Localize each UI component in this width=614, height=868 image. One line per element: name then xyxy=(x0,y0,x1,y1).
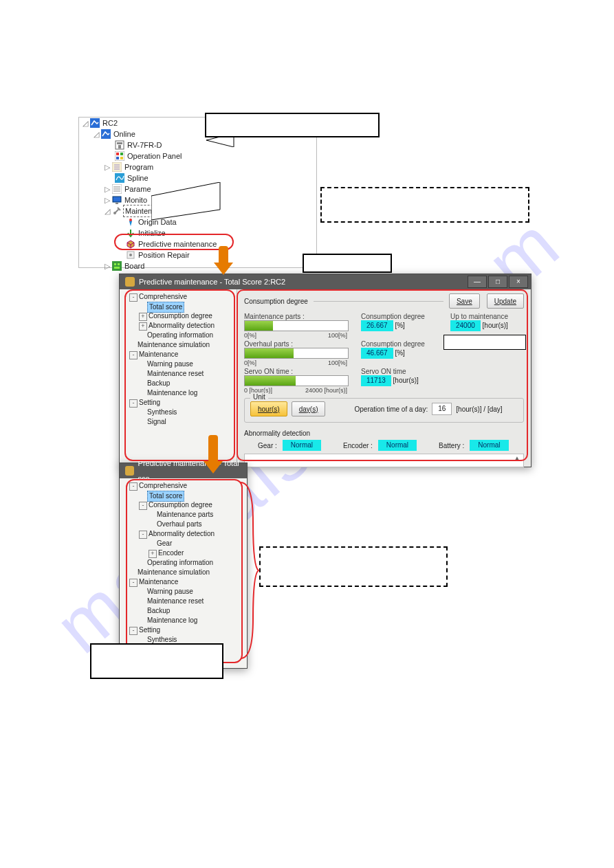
tree-item[interactable]: RV-7FR-D xyxy=(126,140,162,151)
svg-point-24 xyxy=(129,219,132,221)
svg-rect-5 xyxy=(117,142,122,144)
monitor-icon xyxy=(112,195,122,205)
panel-icon xyxy=(115,151,124,161)
brace-icon xyxy=(239,481,260,660)
arrow-1 xyxy=(213,246,234,277)
svg-rect-30 xyxy=(114,267,120,269)
svg-rect-8 xyxy=(116,153,119,155)
titlebar-2[interactable]: Predictive maintenance - Total sco xyxy=(120,463,247,478)
svg-rect-27 xyxy=(112,261,122,271)
close-button[interactable]: × xyxy=(509,276,528,288)
param-icon xyxy=(112,184,122,194)
titlebar[interactable]: Predictive maintenance - Total Score 2:R… xyxy=(120,274,531,289)
empty-hours-box xyxy=(443,335,526,350)
callout-pointer-1 xyxy=(151,182,234,223)
program-icon xyxy=(112,162,122,172)
highlight-nav-2 xyxy=(126,479,243,663)
tree-item-online[interactable]: Online xyxy=(112,129,135,140)
spline-icon xyxy=(115,173,124,183)
board-icon xyxy=(112,261,122,271)
maint-icon xyxy=(112,206,122,216)
svg-rect-9 xyxy=(120,153,123,155)
app-icon xyxy=(125,277,135,287)
callout-box-top xyxy=(205,113,380,137)
window-title: Predictive maintenance - Total Score 2:R… xyxy=(139,274,285,289)
rc-icon xyxy=(90,118,100,128)
svg-rect-11 xyxy=(120,157,123,159)
svg-rect-10 xyxy=(116,157,119,159)
svg-point-23 xyxy=(113,212,116,214)
pin-icon xyxy=(126,217,135,227)
svg-marker-0 xyxy=(151,182,220,220)
svg-rect-6 xyxy=(118,145,121,148)
note-box-bottom xyxy=(259,546,448,587)
tree-root[interactable]: RC2 xyxy=(101,118,118,129)
arrow-2 xyxy=(203,435,223,476)
svg-rect-22 xyxy=(116,203,118,204)
robot-icon xyxy=(115,140,124,150)
svg-point-26 xyxy=(129,254,132,256)
svg-rect-28 xyxy=(114,263,116,265)
minimize-button[interactable]: — xyxy=(468,276,487,288)
maximize-button[interactable]: □ xyxy=(488,276,507,288)
app-icon xyxy=(125,466,134,476)
callout-box-bottom xyxy=(90,643,223,679)
note-box-top xyxy=(320,187,529,223)
callout-box-window-title xyxy=(303,254,392,273)
highlight-content xyxy=(237,289,528,461)
svg-rect-21 xyxy=(113,197,121,202)
svg-rect-29 xyxy=(118,263,120,265)
tool-icon xyxy=(126,250,135,260)
